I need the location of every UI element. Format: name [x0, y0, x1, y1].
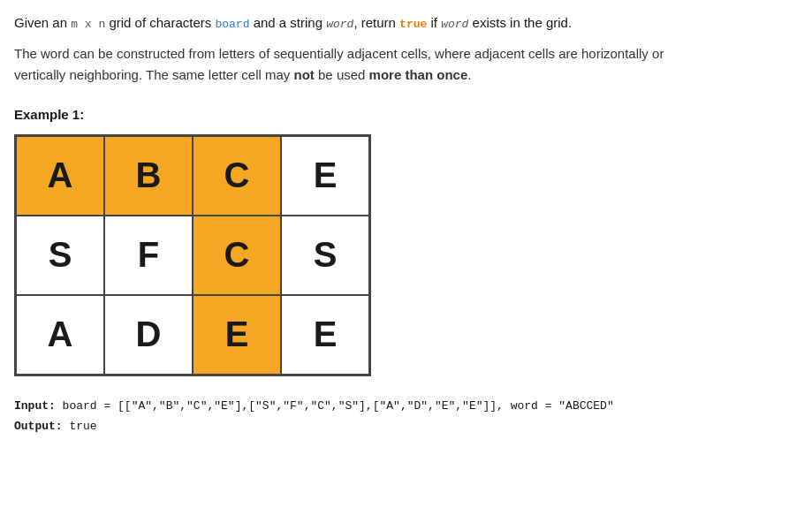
description-text: The word can be constructed from letters…	[14, 43, 798, 86]
output-line: Output: true	[14, 416, 798, 436]
desc-line1: The word can be constructed from letters…	[14, 46, 664, 61]
grid-cell: C	[193, 136, 281, 216]
return-text: , return	[353, 15, 399, 30]
intro-text: Given an	[14, 15, 71, 30]
grid-cell: F	[104, 216, 193, 295]
input-label: Input:	[14, 399, 56, 413]
grid-cell: A	[16, 136, 104, 216]
board-code: board	[215, 18, 249, 31]
grid-cell: A	[16, 295, 104, 375]
word-italic-2: word	[441, 18, 468, 31]
desc-bold-more: more than once	[369, 67, 468, 82]
word-code: word	[326, 18, 353, 31]
input-line: Input: board = [["A","B","C","E"],["S","…	[14, 396, 798, 416]
example1-grid: ABCESFCSADEE	[14, 134, 371, 376]
grid-row: SFCS	[16, 216, 369, 295]
grid-cell: E	[281, 295, 369, 375]
grid-row: ABCE	[16, 136, 369, 216]
grid-cell: B	[104, 136, 193, 216]
grid-row: ADEE	[16, 295, 369, 375]
and-string-text: and a string	[249, 15, 326, 30]
input-value: board = [["A","B","C","E"],["S","F","C",…	[56, 399, 614, 413]
problem-statement: Given an m x n grid of characters board …	[14, 12, 798, 34]
desc-line2: vertically neighboring. The same letter …	[14, 67, 294, 82]
grid-cell: D	[104, 295, 193, 375]
grid-cell: E	[281, 136, 369, 216]
desc-line4: .	[467, 67, 471, 82]
true-keyword: true	[399, 18, 427, 31]
if-text: if	[427, 15, 441, 30]
m-x-n-code: m x n	[71, 18, 105, 31]
grid-cell: S	[16, 216, 104, 295]
input-output-section: Input: board = [["A","B","C","E"],["S","…	[14, 396, 798, 437]
example1-label: Example 1:	[14, 107, 798, 122]
desc-line3: be used	[315, 67, 369, 82]
exists-text: exists in the grid.	[468, 15, 572, 30]
desc-bold-not: not	[294, 67, 315, 82]
output-value: true	[63, 420, 97, 433]
grid-text: grid of characters	[105, 15, 215, 30]
grid-cell: E	[193, 295, 281, 375]
grid-cell: C	[193, 216, 281, 295]
output-label: Output:	[14, 420, 63, 433]
grid-cell: S	[281, 216, 369, 295]
